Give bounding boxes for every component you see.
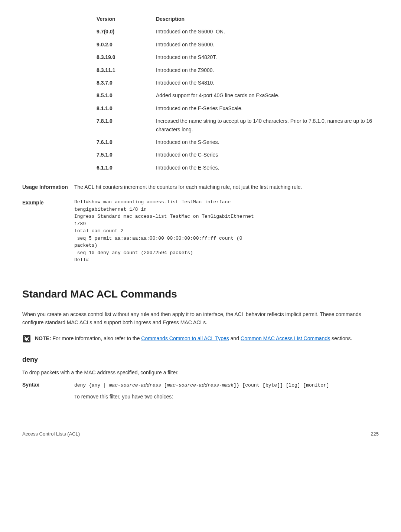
note-text-after: sections.: [330, 335, 352, 341]
version-desc: Introduced on the S4820T.: [156, 53, 379, 61]
usage-info-text: The ACL hit counters increment the count…: [74, 183, 379, 191]
version-row: 8.1.1.0 Introduced on the E-Series ExaSc…: [97, 104, 379, 112]
version-row: 8.3.7.0 Introduced on the S4810.: [97, 79, 379, 87]
footer-left: Access Control Lists (ACL): [22, 430, 80, 438]
version-row: 8.5.1.0 Added support for 4-port 40G lin…: [97, 91, 379, 99]
version-desc: Introduced on the C-Series: [156, 151, 379, 159]
version-desc: Introduced on the S6000–ON.: [156, 27, 379, 36]
version-table: Version Description 9.7(0.0) Introduced …: [97, 15, 379, 172]
version-cell: 8.1.1.0: [97, 104, 156, 112]
usage-info-label: Usage Information: [22, 183, 74, 191]
link-commands-common[interactable]: Commands Common to all ACL Types: [141, 335, 229, 341]
subsection-text: To drop packets with a the MAC address s…: [22, 368, 379, 377]
note-text: NOTE: For more information, also refer t…: [35, 334, 379, 342]
subsection-heading: deny: [22, 354, 379, 365]
version-desc: Introduced on the S-Series.: [156, 138, 379, 146]
version-cell: 7.8.1.0: [97, 117, 156, 134]
note-text-before: For more information, also refer to the: [52, 335, 141, 341]
version-row: 6.1.1.0 Introduced on the E-Series.: [97, 164, 379, 172]
version-cell: 8.3.7.0: [97, 79, 156, 87]
version-cell: 8.3.11.1: [97, 66, 156, 74]
version-desc: Introduced on the S6000.: [156, 40, 379, 49]
version-cell: 7.6.1.0: [97, 138, 156, 146]
version-header-col1: Version: [97, 15, 156, 23]
example-code: Dell#show mac accounting access-list Tes…: [74, 198, 379, 264]
version-desc: Introduced on the S4810.: [156, 79, 379, 87]
note-text-middle: and: [229, 335, 241, 341]
section-heading: Standard MAC ACL Commands: [22, 286, 379, 303]
version-row: 8.3.11.1 Introduced on the Z9000.: [97, 66, 379, 74]
version-row: 9.7(0.0) Introduced on the S6000–ON.: [97, 27, 379, 36]
version-row: 9.0.2.0 Introduced on the S6000.: [97, 40, 379, 49]
note-block: NOTE: For more information, also refer t…: [22, 334, 379, 343]
version-row: 7.8.1.0 Increased the name string to acc…: [97, 117, 379, 134]
note-icon: [22, 334, 31, 343]
version-table-header: Version Description: [97, 15, 379, 23]
example-block: Example Dell#show mac accounting access-…: [22, 198, 379, 264]
syntax-block: Syntax deny {any | mac-source-address [m…: [22, 381, 379, 401]
section-text: When you create an access control list w…: [22, 310, 379, 327]
version-desc: Added support for 4-port 40G line cards …: [156, 91, 379, 99]
version-cell: 8.5.1.0: [97, 91, 156, 99]
version-cell: 8.3.19.0: [97, 53, 156, 61]
link-common-mac[interactable]: Common MAC Access List Commands: [241, 335, 330, 341]
version-header-col2: Description: [156, 15, 379, 23]
usage-information: Usage Information The ACL hit counters i…: [22, 183, 379, 191]
version-cell: 9.0.2.0: [97, 40, 156, 49]
version-cell: 6.1.1.0: [97, 164, 156, 172]
page-footer: Access Control Lists (ACL) 225: [22, 430, 379, 438]
version-cell: 7.5.1.0: [97, 151, 156, 159]
version-row: 8.3.19.0 Introduced on the S4820T.: [97, 53, 379, 61]
version-desc: Introduced on the Z9000.: [156, 66, 379, 74]
version-desc: Introduced on the E-Series.: [156, 164, 379, 172]
version-desc: Introduced on the E-Series ExaScale.: [156, 104, 379, 112]
syntax-label: Syntax: [22, 381, 74, 401]
syntax-text: To remove this filter, you have two choi…: [74, 393, 379, 401]
syntax-content: deny {any | mac-source-address [mac-sour…: [74, 381, 379, 401]
note-prefix: NOTE:: [35, 335, 52, 341]
example-label: Example: [22, 198, 74, 264]
version-desc: Increased the name string to accept up t…: [156, 117, 379, 134]
version-row: 7.6.1.0 Introduced on the S-Series.: [97, 138, 379, 146]
version-cell: 9.7(0.0): [97, 27, 156, 36]
syntax-code: deny {any | mac-source-address [mac-sour…: [74, 382, 329, 388]
footer-right: 225: [371, 430, 379, 438]
version-row: 7.5.1.0 Introduced on the C-Series: [97, 151, 379, 159]
